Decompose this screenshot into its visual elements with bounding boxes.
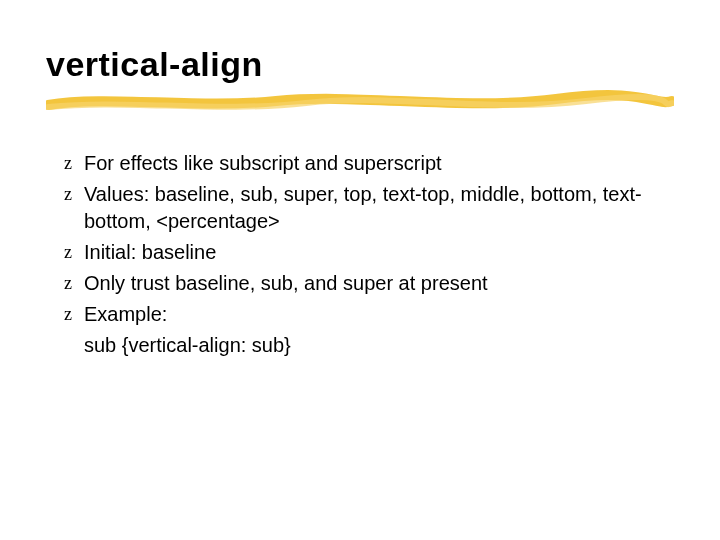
title-area: vertical-align [46,46,674,115]
list-item: z Only trust baseline, sub, and super at… [60,270,660,297]
bullet-icon: z [60,270,76,297]
title-underline-stroke [46,89,674,115]
bullet-text: Values: baseline, sub, super, top, text-… [84,181,660,235]
bullet-list: z For effects like subscript and supersc… [60,150,660,359]
bullet-icon: z [60,239,76,266]
slide-title: vertical-align [46,46,674,89]
example-code-line: sub {vertical-align: sub} [84,332,660,359]
list-item: z For effects like subscript and supersc… [60,150,660,177]
slide: vertical-align z For effects like subscr… [0,0,720,540]
bullet-text: Initial: baseline [84,239,660,266]
bullet-icon: z [60,301,76,328]
bullet-text: For effects like subscript and superscri… [84,150,660,177]
bullet-text: Example: [84,301,660,328]
list-item: z Values: baseline, sub, super, top, tex… [60,181,660,235]
list-item: z Initial: baseline [60,239,660,266]
bullet-text: Only trust baseline, sub, and super at p… [84,270,660,297]
list-item: z Example: [60,301,660,328]
bullet-icon: z [60,150,76,177]
bullet-icon: z [60,181,76,208]
